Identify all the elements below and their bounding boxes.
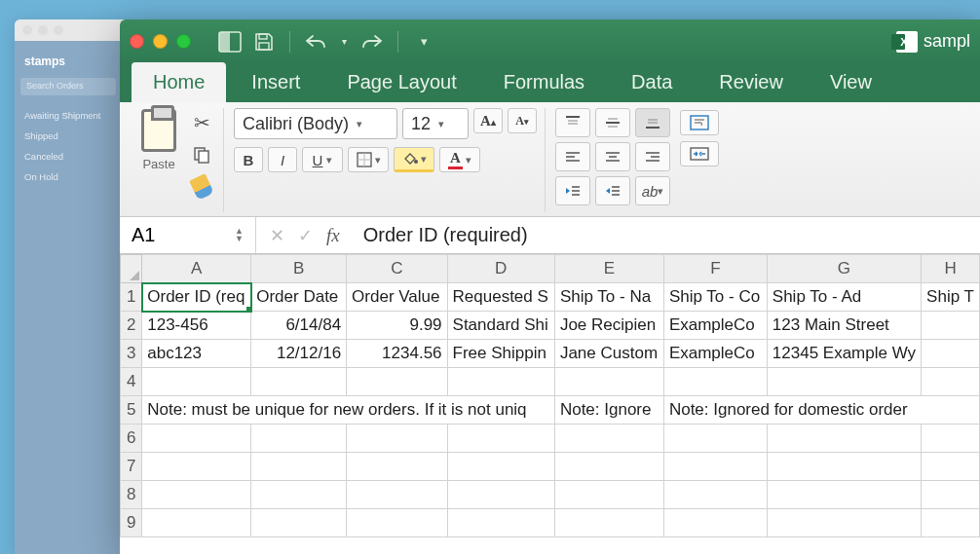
cell[interactable] — [922, 509, 980, 537]
font-name-combo[interactable]: Calibri (Body)▾ — [234, 108, 397, 139]
cell[interactable] — [922, 368, 980, 396]
row-header[interactable]: 7 — [121, 453, 142, 481]
cell[interactable] — [922, 481, 980, 509]
cell[interactable] — [251, 481, 347, 509]
cell[interactable] — [663, 481, 767, 509]
cell[interactable]: 6/14/84 — [251, 312, 347, 340]
font-color-button[interactable]: A ▾ — [439, 147, 480, 172]
italic-button[interactable]: I — [268, 147, 297, 172]
cell[interactable] — [922, 425, 980, 453]
column-header[interactable]: G — [767, 255, 921, 283]
cell[interactable] — [767, 425, 921, 453]
wrap-text-button[interactable] — [680, 110, 719, 135]
font-size-combo[interactable]: 12▾ — [402, 108, 469, 139]
decrease-font-button[interactable]: A▾ — [508, 108, 537, 133]
cell[interactable] — [347, 368, 447, 396]
align-middle-button[interactable] — [595, 108, 630, 137]
insert-function-button[interactable]: fx — [326, 225, 340, 246]
row-header[interactable]: 5 — [121, 396, 142, 425]
align-top-button[interactable] — [555, 108, 590, 137]
column-header[interactable]: F — [663, 255, 767, 283]
tab-review[interactable]: Review — [697, 62, 805, 102]
cell[interactable] — [447, 368, 554, 396]
cell[interactable]: 123-456 — [142, 312, 251, 340]
cell[interactable]: ExampleCo — [663, 312, 767, 340]
column-header[interactable]: H — [922, 255, 980, 283]
bold-button[interactable]: B — [234, 147, 263, 172]
cell[interactable]: Ship T — [922, 283, 980, 312]
cell[interactable]: Note: must be unique for new orders. If … — [142, 396, 555, 425]
cell[interactable]: 1234.56 — [347, 340, 447, 368]
cell[interactable]: Order ID (req — [142, 283, 251, 312]
cell[interactable] — [554, 368, 663, 396]
zoom-window-button[interactable] — [176, 34, 191, 49]
cell[interactable] — [251, 368, 347, 396]
tab-home[interactable]: Home — [132, 62, 226, 102]
cell[interactable]: Requested S — [447, 283, 554, 312]
cell[interactable] — [554, 481, 663, 509]
cell[interactable]: 12/12/16 — [251, 340, 347, 368]
cell[interactable]: Ship To - Ad — [767, 283, 921, 312]
cell[interactable] — [767, 368, 921, 396]
accept-formula-button[interactable]: ✓ — [298, 225, 313, 246]
cell[interactable] — [663, 425, 767, 453]
redo-button[interactable] — [359, 29, 385, 55]
name-box[interactable]: A1 ▲▼ — [120, 217, 256, 253]
column-header[interactable]: C — [347, 255, 447, 283]
cell[interactable]: Jane Custom — [554, 340, 663, 368]
decrease-indent-button[interactable] — [555, 176, 590, 205]
cell[interactable] — [347, 481, 447, 509]
cell[interactable] — [142, 425, 251, 453]
cell[interactable]: ExampleCo — [663, 340, 767, 368]
cell[interactable] — [663, 368, 767, 396]
cell[interactable] — [251, 425, 347, 453]
increase-font-button[interactable]: A▴ — [473, 108, 503, 133]
column-header[interactable]: E — [554, 255, 663, 283]
underline-button[interactable]: U▾ — [302, 147, 343, 172]
cell[interactable] — [554, 425, 663, 453]
increase-indent-button[interactable] — [595, 176, 630, 205]
row-header[interactable]: 2 — [121, 312, 142, 340]
align-center-button[interactable] — [595, 142, 630, 171]
cell[interactable] — [347, 425, 447, 453]
orientation-button[interactable]: ab▾ — [635, 176, 670, 205]
cell[interactable] — [447, 425, 554, 453]
undo-button[interactable] — [303, 29, 328, 55]
cell[interactable]: Order Value — [347, 283, 447, 312]
cell[interactable] — [922, 340, 980, 368]
column-header[interactable]: A — [142, 255, 251, 283]
cell[interactable]: Ship To - Co — [663, 283, 767, 312]
cell[interactable]: 9.99 — [347, 312, 447, 340]
grid[interactable]: A B C D E F G H 1 Order ID (req Order Da… — [120, 254, 980, 537]
cell[interactable]: abc123 — [142, 340, 251, 368]
row-header[interactable]: 8 — [121, 481, 142, 509]
name-box-stepper[interactable]: ▲▼ — [235, 228, 244, 242]
row-header[interactable]: 9 — [121, 509, 142, 537]
format-painter-button[interactable] — [188, 174, 215, 200]
cell[interactable]: Standard Shi — [447, 312, 554, 340]
tab-view[interactable]: View — [809, 62, 893, 102]
align-bottom-button[interactable] — [635, 108, 670, 137]
tab-insert[interactable]: Insert — [230, 62, 321, 102]
cell[interactable] — [447, 481, 554, 509]
cell[interactable]: Ship To - Na — [554, 283, 663, 312]
row-header[interactable]: 3 — [121, 340, 142, 368]
cell[interactable] — [347, 453, 447, 481]
undo-dropdown[interactable]: ▾ — [337, 29, 351, 55]
autosave-toggle[interactable] — [217, 29, 243, 55]
cell[interactable] — [142, 368, 251, 396]
cell[interactable] — [142, 509, 251, 537]
cell[interactable]: 123 Main Street — [767, 312, 921, 340]
cell[interactable] — [554, 509, 663, 537]
cell[interactable] — [767, 453, 921, 481]
align-left-button[interactable] — [555, 142, 590, 171]
cut-button[interactable]: ✂ — [188, 110, 215, 135]
cell[interactable] — [447, 453, 554, 481]
row-header[interactable]: 6 — [121, 425, 142, 453]
column-header[interactable]: D — [447, 255, 554, 283]
tab-formulas[interactable]: Formulas — [482, 62, 606, 102]
cancel-formula-button[interactable]: ✕ — [270, 225, 284, 246]
cell[interactable] — [767, 509, 921, 537]
save-button[interactable] — [251, 29, 277, 55]
select-all-corner[interactable] — [121, 255, 142, 283]
